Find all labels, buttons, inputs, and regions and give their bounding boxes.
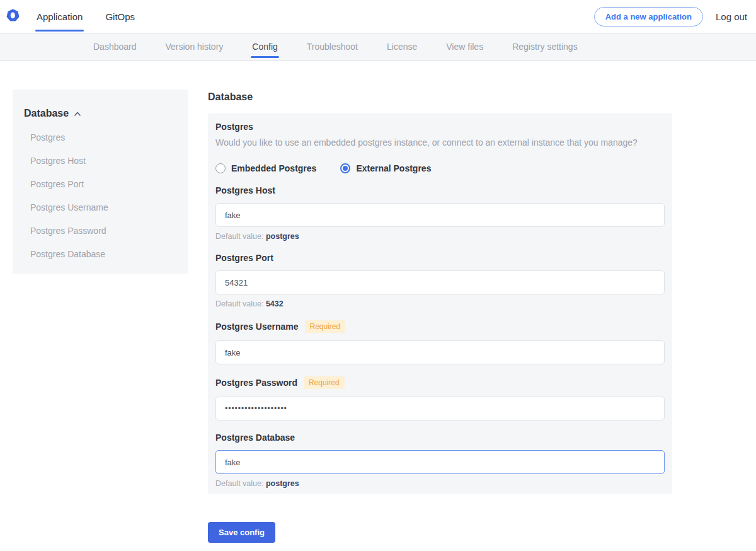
sidebar-item-postgres[interactable]: Postgres (24, 132, 181, 142)
required-badge: Required (305, 320, 346, 333)
field-label: Postgres Database (215, 432, 295, 443)
field-postgres-database: Postgres Database Default value: postgre… (215, 432, 665, 488)
subnav-tab-view-files[interactable]: View files (446, 33, 483, 60)
field-postgres-host: Postgres Host Default value: postgres (215, 185, 665, 241)
field-label: Postgres Host (215, 185, 275, 195)
postgres-database-input[interactable] (215, 450, 665, 474)
radio-external-postgres[interactable]: External Postgres (340, 163, 431, 173)
top-tab-label: Application (37, 11, 83, 22)
sidebar-item-postgres-database[interactable]: Postgres Database (24, 249, 181, 259)
field-helper: Default value: 5432 (215, 299, 665, 308)
save-config-button[interactable]: Save config (208, 522, 275, 543)
subnav-tab-troubleshoot[interactable]: Troubleshoot (307, 33, 358, 60)
config-main: Database Postgres Would you like to use … (208, 91, 672, 543)
sidebar-item-postgres-host[interactable]: Postgres Host (24, 156, 181, 166)
top-tab-application[interactable]: Application (35, 0, 84, 33)
config-sidebar: Database Postgres Postgres Host Postgres… (13, 90, 188, 274)
group-name: Postgres (215, 122, 665, 132)
sidebar-item-postgres-password[interactable]: Postgres Password (24, 226, 181, 236)
radio-checked-icon[interactable] (340, 163, 350, 173)
default-value: postgres (266, 232, 299, 241)
sidebar-group-label: Database (24, 108, 69, 119)
top-tab-gitops[interactable]: GitOps (104, 0, 136, 33)
field-helper: Default value: postgres (215, 479, 665, 488)
subnav-tab-config[interactable]: Config (252, 33, 277, 60)
default-value: 5432 (266, 299, 284, 308)
radio-unchecked-icon[interactable] (215, 163, 226, 173)
field-postgres-port: Postgres Port Default value: 5432 (215, 253, 665, 308)
radio-label: Embedded Postgres (231, 163, 316, 173)
postgres-port-input[interactable] (215, 270, 665, 294)
required-badge: Required (304, 376, 345, 389)
page-title: Database (208, 91, 672, 103)
sidebar-item-postgres-username[interactable]: Postgres Username (24, 202, 181, 212)
logout-link[interactable]: Log out (716, 11, 747, 22)
subnav-tab-dashboard[interactable]: Dashboard (93, 33, 137, 60)
sidebar-item-postgres-port[interactable]: Postgres Port (24, 179, 181, 189)
field-label: Postgres Password (215, 378, 297, 388)
config-page: Database Postgres Postgres Host Postgres… (0, 61, 756, 543)
sidebar-group-database[interactable]: Database (24, 108, 181, 119)
postgres-password-input[interactable] (215, 397, 665, 420)
app-subnav: Dashboard Version history Config Trouble… (0, 33, 756, 61)
group-description: Would you like to use an embedded postgr… (215, 137, 665, 148)
postgres-username-input[interactable] (215, 340, 665, 364)
field-helper: Default value: postgres (215, 232, 665, 241)
chevron-up-icon (74, 108, 81, 119)
radio-embedded-postgres[interactable]: Embedded Postgres (215, 163, 316, 173)
subnav-tab-registry-settings[interactable]: Registry settings (512, 33, 577, 60)
field-postgres-password: Postgres Password Required (215, 376, 665, 420)
default-value: postgres (266, 479, 299, 488)
subnav-tab-version-history[interactable]: Version history (166, 33, 224, 60)
app-logo[interactable] (0, 0, 35, 33)
add-application-button[interactable]: Add a new application (594, 7, 703, 26)
field-label: Postgres Username (215, 322, 299, 332)
top-nav-right: Add a new application Log out (594, 0, 756, 33)
radio-label: External Postgres (356, 163, 431, 173)
top-tab-label: GitOps (105, 11, 135, 22)
field-postgres-username: Postgres Username Required (215, 320, 665, 364)
config-group-card: Postgres Would you like to use an embedd… (208, 113, 672, 494)
subnav-tab-license[interactable]: License (387, 33, 417, 60)
postgres-type-radio-group: Embedded Postgres External Postgres (215, 163, 665, 173)
brand-logo-icon (6, 9, 20, 25)
top-nav: Application GitOps Add a new application… (0, 0, 756, 33)
postgres-host-input[interactable] (215, 203, 665, 227)
field-label: Postgres Port (215, 253, 273, 263)
